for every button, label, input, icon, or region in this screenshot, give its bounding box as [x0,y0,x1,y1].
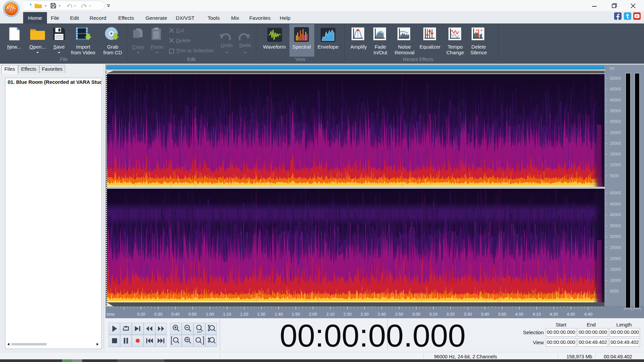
svg-text:50000: 50000 [610,191,621,195]
svg-text:35000: 35000 [610,224,621,228]
svg-text:100: 100 [197,330,202,334]
svg-text:40000: 40000 [610,213,621,217]
svg-text:5000: 5000 [610,174,619,178]
svg-text:5000: 5000 [610,289,619,294]
svg-text:15000: 15000 [610,267,621,272]
svg-text:Hz: Hz [610,66,615,71]
svg-text:30000: 30000 [610,119,621,124]
svg-text:30000: 30000 [610,234,621,239]
svg-text:25000: 25000 [610,245,621,250]
svg-text:45000: 45000 [610,202,621,206]
svg-text:45000: 45000 [610,87,621,92]
svg-text:25000: 25000 [610,130,621,135]
svg-text:20000: 20000 [610,141,621,146]
svg-text:20000: 20000 [610,256,621,261]
svg-text:50000: 50000 [610,76,621,81]
svg-text:10000: 10000 [610,278,621,283]
svg-text:35000: 35000 [610,109,621,113]
svg-text:40000: 40000 [610,98,621,103]
svg-text:10000: 10000 [610,163,621,167]
svg-text:15000: 15000 [610,152,621,157]
